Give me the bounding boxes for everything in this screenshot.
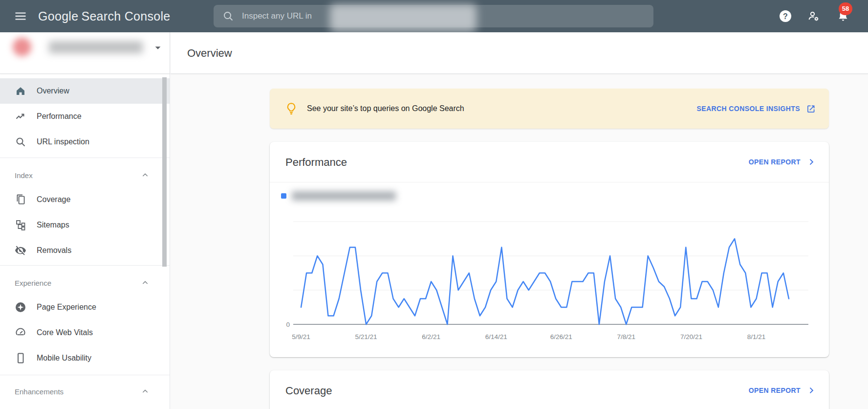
link-label: SEARCH CONSOLE INSIGHTS bbox=[697, 105, 800, 113]
star-circle-icon bbox=[15, 301, 26, 313]
help-glyph: ? bbox=[783, 12, 788, 21]
sidebar-item-overview[interactable]: Overview bbox=[0, 78, 170, 104]
open-coverage-report-link[interactable]: OPEN REPORT bbox=[749, 386, 816, 395]
svg-text:6/26/21: 6/26/21 bbox=[550, 333, 572, 341]
svg-text:7/20/21: 7/20/21 bbox=[680, 333, 702, 341]
logo-search-console: Search Console bbox=[81, 9, 170, 23]
magnifier-icon bbox=[15, 136, 26, 148]
sidebar-item-label: URL inspection bbox=[37, 137, 89, 146]
manage-users-icon[interactable] bbox=[807, 10, 820, 23]
sidebar-item-label: Coverage bbox=[37, 195, 70, 204]
trending-up-icon bbox=[15, 111, 26, 122]
sidebar-item-core-web-vitals[interactable]: Core Web Vitals bbox=[0, 320, 170, 345]
svg-text:5/21/21: 5/21/21 bbox=[355, 333, 377, 341]
search-placeholder: Inspect any URL in bbox=[242, 5, 312, 27]
chevron-up-icon bbox=[141, 279, 149, 287]
banner-text: See your site’s top queries on Google Se… bbox=[307, 104, 697, 113]
notification-count-badge[interactable]: 58 bbox=[839, 2, 852, 15]
coverage-card: Coverage OPEN REPORT bbox=[270, 370, 829, 409]
sidebar-item-mobile-usability[interactable]: Mobile Usability bbox=[0, 345, 170, 371]
sidebar-item-removals[interactable]: Removals bbox=[0, 238, 170, 263]
sidebar-section-experience[interactable]: Experience bbox=[0, 272, 170, 294]
menu-icon[interactable] bbox=[14, 9, 27, 23]
redacted-property-url-blur bbox=[330, 4, 477, 32]
property-selector[interactable] bbox=[0, 32, 170, 74]
search-icon bbox=[222, 10, 234, 22]
speedometer-icon bbox=[15, 327, 26, 339]
sidebar-section-index[interactable]: Index bbox=[0, 164, 170, 186]
svg-text:0: 0 bbox=[286, 321, 290, 328]
performance-card: Performance OPEN REPORT 05/9/215/21/216/… bbox=[270, 142, 829, 357]
app-logo: GoogleSearch Console bbox=[38, 0, 171, 32]
link-label: OPEN REPORT bbox=[749, 386, 801, 394]
insights-banner: See your site’s top queries on Google Se… bbox=[270, 89, 829, 129]
sidebar-item-sitemaps[interactable]: Sitemaps bbox=[0, 212, 170, 238]
sidebar-item-label: Mobile Usability bbox=[37, 354, 91, 363]
sidebar-item-label: Core Web Vitals bbox=[37, 328, 93, 337]
page-header: Overview bbox=[171, 32, 868, 74]
sidebar-item-label: Removals bbox=[37, 246, 71, 255]
clicks-line-chart: 05/9/215/21/216/2/216/14/216/26/217/8/21… bbox=[270, 142, 829, 357]
section-header-label: Experience bbox=[15, 279, 141, 287]
smartphone-icon bbox=[15, 352, 26, 364]
open-in-new-icon bbox=[806, 104, 816, 114]
chevron-right-icon bbox=[806, 386, 816, 395]
main-content: Overview See your site’s top queries on … bbox=[171, 32, 868, 409]
sidebar-divider bbox=[0, 265, 170, 266]
svg-text:7/8/21: 7/8/21 bbox=[617, 333, 636, 341]
lightbulb-icon bbox=[284, 102, 298, 115]
sidebar: Overview Performance URL inspection Inde… bbox=[0, 32, 170, 409]
sidebar-section-enhancements[interactable]: Enhancements bbox=[0, 381, 170, 402]
sidebar-item-coverage[interactable]: Coverage bbox=[0, 187, 170, 212]
svg-text:8/1/21: 8/1/21 bbox=[747, 333, 766, 341]
sidebar-divider bbox=[0, 375, 170, 375]
sidebar-item-page-experience[interactable]: Page Experience bbox=[0, 295, 170, 320]
sidebar-item-performance[interactable]: Performance bbox=[0, 104, 170, 129]
caret-down-icon bbox=[152, 42, 164, 54]
sidebar-item-label: Sitemaps bbox=[37, 221, 69, 229]
search-console-insights-link[interactable]: SEARCH CONSOLE INSIGHTS bbox=[697, 104, 816, 114]
chevron-up-icon bbox=[141, 171, 149, 179]
svg-text:6/14/21: 6/14/21 bbox=[485, 333, 507, 341]
eye-off-icon bbox=[15, 245, 26, 256]
svg-text:5/9/21: 5/9/21 bbox=[292, 333, 310, 341]
svg-text:6/2/21: 6/2/21 bbox=[422, 333, 440, 341]
sidebar-item-label: Performance bbox=[37, 112, 82, 121]
logo-google: Google bbox=[38, 9, 78, 23]
section-header-label: Index bbox=[15, 171, 141, 180]
chevron-up-icon bbox=[141, 387, 149, 395]
sidebar-item-label: Page Experience bbox=[37, 303, 96, 312]
home-icon bbox=[15, 85, 26, 97]
top-app-bar: GoogleSearch Console Inspect any URL in … bbox=[0, 0, 868, 32]
property-avatar-redacted bbox=[13, 38, 31, 56]
sidebar-item-label: Overview bbox=[37, 87, 69, 95]
sidebar-item-url-inspection[interactable]: URL inspection bbox=[0, 129, 170, 155]
url-inspection-input[interactable]: Inspect any URL in bbox=[214, 5, 653, 27]
help-icon[interactable]: ? bbox=[779, 10, 792, 23]
sidebar-divider bbox=[0, 158, 170, 158]
property-name-redacted bbox=[49, 41, 143, 53]
sitemap-tree-icon bbox=[15, 219, 26, 231]
pages-copy-icon bbox=[15, 194, 26, 205]
coverage-card-header: Coverage OPEN REPORT bbox=[270, 370, 829, 409]
section-header-label: Enhancements bbox=[15, 387, 141, 396]
sidebar-scrollbar-thumb[interactable] bbox=[162, 77, 167, 267]
page-title: Overview bbox=[187, 32, 232, 74]
card-title: Coverage bbox=[285, 370, 332, 409]
